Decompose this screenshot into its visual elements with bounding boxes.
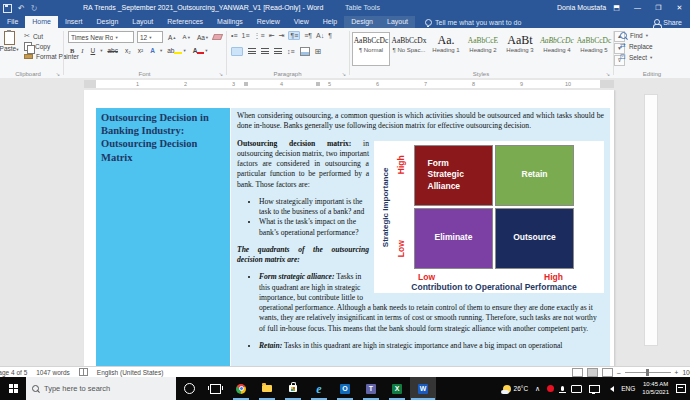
indent-marker[interactable]: [244, 82, 248, 86]
horizontal-ruler[interactable]: 1 2 3 4 5 6 7 8 9 10: [0, 78, 690, 90]
style-heading2[interactable]: AaBbCcEHeading 2: [465, 33, 501, 65]
read-mode-icon[interactable]: [572, 368, 583, 377]
recording-icon[interactable]: [547, 385, 554, 392]
show-hidden-icons[interactable]: ∧: [535, 385, 540, 393]
multilevel-list-icon[interactable]: [254, 32, 265, 40]
change-case-button[interactable]: Aa▾: [195, 33, 210, 42]
minimize-icon[interactable]: —: [627, 0, 648, 16]
proofing-icon[interactable]: [79, 368, 88, 376]
style-no-spacing[interactable]: AaBbCcDx¶ No Spac...: [391, 33, 427, 65]
superscript-button[interactable]: x²: [136, 46, 145, 55]
tablet-icon[interactable]: [571, 385, 582, 393]
tab-stop-marker[interactable]: [316, 82, 320, 86]
redo-icon[interactable]: [31, 4, 38, 13]
shading-icon[interactable]: [300, 47, 310, 56]
font-name-combo[interactable]: Times New Ro▾: [68, 31, 134, 43]
zoom-out-icon[interactable]: –: [617, 369, 621, 376]
weather-widget[interactable]: 26°C: [503, 385, 529, 393]
increase-indent-icon[interactable]: [279, 32, 285, 40]
task-view-button[interactable]: [202, 377, 228, 400]
tab-insert[interactable]: Insert: [58, 16, 90, 28]
style-heading1[interactable]: Aa.Heading 1: [428, 33, 464, 65]
strikethrough-button[interactable]: abc: [105, 46, 119, 55]
vertical-scrollbar[interactable]: [644, 94, 658, 346]
tab-table-layout[interactable]: Layout: [380, 16, 415, 28]
web-layout-icon[interactable]: [602, 368, 613, 377]
justify-icon[interactable]: [274, 48, 282, 55]
clear-formatting-icon[interactable]: [212, 34, 223, 40]
zoom-in-icon[interactable]: +: [675, 369, 679, 376]
microphone-icon[interactable]: [561, 386, 564, 391]
numbering-icon[interactable]: [242, 32, 250, 39]
share-button[interactable]: Share: [654, 16, 690, 28]
action-center-icon[interactable]: [676, 384, 686, 393]
internet-explorer-button[interactable]: e: [306, 377, 332, 400]
print-layout-icon[interactable]: [587, 368, 598, 377]
undo-icon[interactable]: [18, 4, 25, 13]
bold-button[interactable]: B: [68, 46, 76, 55]
tab-layout[interactable]: Layout: [125, 16, 160, 28]
find-button[interactable]: Find▾: [620, 32, 653, 39]
font-dialog-launcher-icon[interactable]: [219, 71, 223, 77]
text-effects-button[interactable]: A: [148, 46, 157, 55]
file-explorer-button[interactable]: [254, 377, 280, 400]
user-name[interactable]: Donia Moustafa: [557, 0, 606, 16]
paragraph-dialog-launcher-icon[interactable]: [342, 71, 346, 77]
tab-references[interactable]: References: [160, 16, 210, 28]
clock[interactable]: 10:45 AM 10/5/2021: [642, 381, 669, 396]
document-page[interactable]: Outsourcing Decision in Banking Industry…: [84, 90, 614, 367]
style-heading5[interactable]: AaBbCcDcHeading 5: [576, 33, 612, 65]
replace-button[interactable]: Replace: [620, 42, 653, 50]
align-center-icon[interactable]: [248, 48, 256, 55]
language-indicator[interactable]: English (United States): [97, 369, 163, 376]
align-left-icon[interactable]: [231, 47, 243, 56]
font-color-button[interactable]: A▾: [191, 46, 210, 55]
excel-button[interactable]: X: [384, 377, 410, 400]
language-badge[interactable]: ENG: [621, 385, 635, 392]
cortana-button[interactable]: [176, 377, 202, 400]
page-indicator[interactable]: Page 4 of 5: [0, 369, 27, 376]
quadrant-eliminate[interactable]: Eliminate: [414, 208, 493, 269]
decrease-indent-icon[interactable]: [269, 32, 275, 40]
quadrant-outsource[interactable]: Outsource: [495, 208, 574, 269]
paste-button[interactable]: Paste▾: [0, 31, 21, 52]
restore-icon[interactable]: ❐: [648, 0, 669, 16]
tell-me-box[interactable]: Tell me what you want to do: [425, 16, 521, 28]
clipboard-dialog-launcher-icon[interactable]: [56, 71, 60, 77]
tab-home[interactable]: Home: [25, 16, 58, 28]
word-count[interactable]: 1047 words: [36, 369, 70, 376]
outsourcing-matrix-figure[interactable]: Strategic Importance High Low Form Strat…: [374, 141, 604, 293]
text-direction-ltr-icon[interactable]: [288, 31, 300, 40]
line-spacing-icon[interactable]: [287, 48, 295, 55]
highlight-button[interactable]: ab▾: [165, 46, 188, 55]
table-sidebar-cell[interactable]: Outsourcing Decision in Banking Industry…: [96, 108, 230, 367]
quadrant-retain[interactable]: Retain: [495, 145, 574, 206]
store-button[interactable]: [280, 377, 306, 400]
show-paragraph-marks-icon[interactable]: [328, 32, 332, 39]
styles-dialog-launcher-icon[interactable]: [606, 71, 610, 77]
style-heading4[interactable]: AaBbCcDcHeading 4: [539, 33, 575, 65]
underline-button[interactable]: U: [89, 46, 98, 55]
close-icon[interactable]: ✕: [669, 0, 690, 16]
zoom-slider[interactable]: [625, 372, 671, 373]
grow-font-button[interactable]: A▴: [166, 33, 178, 42]
ribbon-display-options-icon[interactable]: ⬒: [606, 0, 627, 16]
volume-icon[interactable]: [607, 386, 614, 392]
network-icon[interactable]: [589, 385, 600, 393]
text-direction-rtl-icon[interactable]: [304, 32, 312, 39]
start-button[interactable]: [0, 377, 26, 400]
tab-view[interactable]: View: [287, 16, 316, 28]
shrink-font-button[interactable]: A▾: [181, 33, 192, 41]
quadrant-form-strategic-alliance[interactable]: Form Strategic Alliance: [414, 145, 493, 206]
tab-table-design[interactable]: Design: [344, 16, 380, 28]
bullets-icon[interactable]: [231, 32, 238, 39]
tab-help[interactable]: Help: [316, 16, 344, 28]
outlook-button[interactable]: O: [332, 377, 358, 400]
tab-mailings[interactable]: Mailings: [210, 16, 250, 28]
chrome-button[interactable]: [228, 377, 254, 400]
style-heading3[interactable]: AaBtHeading 3: [502, 33, 538, 65]
font-size-combo[interactable]: 12▾: [137, 31, 163, 43]
tab-file[interactable]: File: [0, 16, 25, 28]
sort-icon[interactable]: [316, 32, 324, 39]
select-button[interactable]: Select▾: [620, 53, 653, 61]
